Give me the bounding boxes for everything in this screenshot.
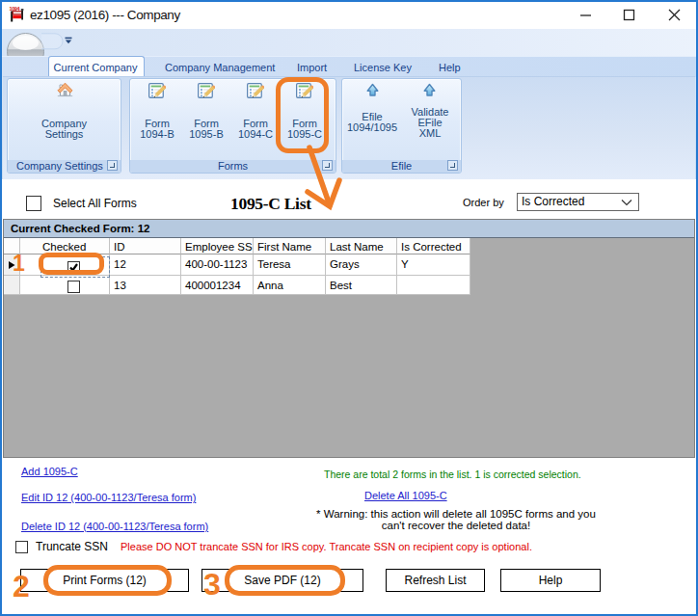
- svg-text:1094: 1094: [10, 6, 21, 12]
